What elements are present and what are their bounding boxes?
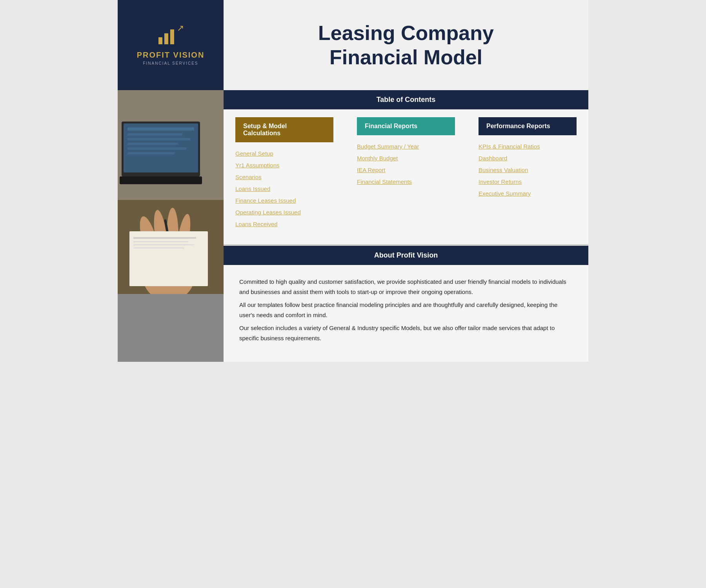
about-content: Committed to high quality and customer s…	[224, 265, 588, 362]
list-item: Investor Returns	[479, 178, 577, 185]
about-paragraph2: All our templates follow best practice f…	[239, 300, 573, 320]
main-title: Leasing Company Financial Model	[318, 21, 494, 70]
svg-rect-8	[127, 147, 186, 150]
bar3	[170, 29, 174, 44]
list-item: Operating Leases Issued	[235, 209, 333, 216]
link-investor-returns[interactable]: Investor Returns	[479, 178, 522, 185]
list-item: Business Valuation	[479, 167, 577, 174]
company-name: PROFIT VISION	[137, 51, 205, 60]
svg-rect-4	[127, 127, 194, 131]
svg-rect-9	[127, 152, 175, 154]
title-line1: Leasing Company	[318, 22, 494, 44]
link-business-valuation[interactable]: Business Valuation	[479, 167, 528, 173]
about-paragraph1: Committed to high quality and customer s…	[239, 277, 573, 297]
list-item: Dashboard	[479, 155, 577, 162]
title-section: Leasing Company Financial Model	[224, 0, 588, 90]
about-heading: About Profit Vision	[224, 246, 588, 265]
svg-rect-18	[129, 231, 208, 286]
main-content: Table of Contents Setup & Model Calculat…	[118, 90, 588, 362]
link-general-setup[interactable]: General Setup	[235, 150, 273, 157]
toc-col-financial: Financial Reports Budget Summary / Year …	[345, 109, 467, 244]
financial-links: Budget Summary / Year Monthly Budget IEA…	[357, 143, 455, 185]
list-item: Budget Summary / Year	[357, 143, 455, 150]
logo-section: ↗ PROFIT VISION FINANCIAL SERVICES	[118, 0, 224, 90]
header: ↗ PROFIT VISION FINANCIAL SERVICES Leasi…	[118, 0, 588, 90]
bar2	[164, 33, 168, 44]
list-item: IEA Report	[357, 167, 455, 174]
list-item: KPIs & Financial Ratios	[479, 143, 577, 150]
about-paragraph3: Our selection includes a variety of Gene…	[239, 323, 573, 343]
toc-col-setup: Setup & Model Calculations General Setup…	[224, 109, 345, 244]
logo-icon: ↗	[158, 25, 183, 46]
photo-illustration	[118, 90, 224, 294]
bar1	[158, 37, 162, 44]
link-scenarios[interactable]: Scenarios	[235, 174, 262, 180]
link-budget-summary-year[interactable]: Budget Summary / Year	[357, 143, 419, 150]
svg-rect-19	[133, 237, 196, 239]
svg-rect-22	[133, 247, 184, 249]
toc-columns: Setup & Model Calculations General Setup…	[224, 109, 588, 244]
performance-links: KPIs & Financial Ratios Dashboard Busine…	[479, 143, 577, 197]
list-item: Loans Received	[235, 221, 333, 228]
title-line2: Financial Model	[329, 46, 482, 69]
svg-rect-5	[127, 133, 182, 136]
list-item: Loans Issued	[235, 185, 333, 192]
link-executive-summary[interactable]: Executive Summary	[479, 190, 531, 197]
link-yr1-assumptions[interactable]: Yr1 Assumptions	[235, 162, 280, 169]
link-loans-issued[interactable]: Loans Issued	[235, 185, 270, 192]
arrow-icon: ↗	[177, 23, 184, 33]
svg-rect-6	[127, 138, 190, 140]
link-financial-statements[interactable]: Financial Statements	[357, 178, 412, 185]
toc-heading: Table of Contents	[224, 90, 588, 109]
link-operating-leases-issued[interactable]: Operating Leases Issued	[235, 209, 301, 216]
svg-rect-7	[127, 143, 178, 145]
toc-section: Table of Contents Setup & Model Calculat…	[224, 90, 588, 244]
svg-rect-21	[133, 244, 194, 245]
link-finance-leases-issued[interactable]: Finance Leases Issued	[235, 197, 296, 204]
list-item: Monthly Budget	[357, 155, 455, 162]
list-item: Yr1 Assumptions	[235, 162, 333, 169]
setup-links: General Setup Yr1 Assumptions Scenarios …	[235, 150, 333, 228]
list-item: Executive Summary	[479, 190, 577, 197]
toc-col-header-setup: Setup & Model Calculations	[235, 117, 333, 142]
link-dashboard[interactable]: Dashboard	[479, 155, 507, 162]
toc-col-header-financial: Financial Reports	[357, 117, 455, 135]
right-content: Table of Contents Setup & Model Calculat…	[224, 90, 588, 362]
list-item: General Setup	[235, 150, 333, 157]
logo-bars: ↗	[158, 25, 183, 44]
toc-col-performance: Performance Reports KPIs & Financial Rat…	[467, 109, 588, 244]
list-item: Finance Leases Issued	[235, 197, 333, 204]
toc-col-header-performance: Performance Reports	[479, 117, 577, 135]
company-sub: FINANCIAL SERVICES	[143, 61, 198, 65]
link-iea-report[interactable]: IEA Report	[357, 167, 386, 173]
link-kpis-financial-ratios[interactable]: KPIs & Financial Ratios	[479, 143, 540, 150]
svg-rect-20	[133, 241, 188, 242]
link-loans-received[interactable]: Loans Received	[235, 221, 278, 227]
list-item: Financial Statements	[357, 178, 455, 185]
list-item: Scenarios	[235, 174, 333, 181]
link-monthly-budget[interactable]: Monthly Budget	[357, 155, 398, 162]
photo-side	[118, 90, 224, 362]
about-section: About Profit Vision Committed to high qu…	[224, 246, 588, 362]
svg-rect-10	[120, 176, 202, 184]
